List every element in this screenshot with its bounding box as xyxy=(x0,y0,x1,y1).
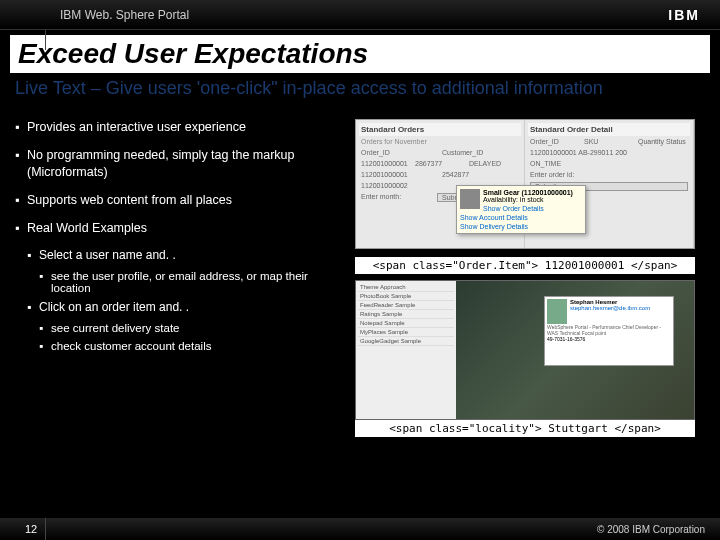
sub-bullet: Select a user name and. . xyxy=(27,248,345,262)
bullet: No programming needed, simply tag the ma… xyxy=(15,147,345,180)
orders-mockup: Standard Orders Orders for November Orde… xyxy=(355,119,695,249)
avatar xyxy=(547,299,567,324)
tooltip-link[interactable]: Show Delivery Details xyxy=(460,223,582,230)
gear-icon xyxy=(460,189,480,209)
panel-title: Standard Order Detail xyxy=(528,123,690,136)
page-number: 12 xyxy=(25,523,37,535)
slide-header: IBM Web. Sphere Portal IBM xyxy=(0,0,720,30)
code-snippet-2: <span class="locality"> Stuttgart </span… xyxy=(355,420,695,437)
map-sidebar: Theme Approach PhotoBook Sample FeedRead… xyxy=(356,281,456,419)
panel-title: Standard Orders xyxy=(359,123,521,136)
slide-subtitle: Live Text – Give users 'one-click" in-pl… xyxy=(15,78,705,99)
product-tooltip: Small Gear (112001000001) Availability: … xyxy=(456,185,586,234)
person-popup: Stephan Hesmer stephan.hesmer@de.ibm.com… xyxy=(544,296,674,366)
mockups-column: Standard Orders Orders for November Orde… xyxy=(345,119,705,443)
sub-sub-bullet: see current delivery state xyxy=(39,322,345,334)
sub-sub-bullet: see the user profile, or email address, … xyxy=(39,270,345,294)
bullets-column: Provides an interactive user experience … xyxy=(15,119,345,443)
bullet: Provides an interactive user experience xyxy=(15,119,345,135)
slide-title: Exceed User Expectations xyxy=(18,38,702,70)
code-snippet-1: <span class="Order.Item"> 112001000001 <… xyxy=(355,257,695,274)
title-wrap: Exceed User Expectations xyxy=(10,35,710,73)
map-mockup: Theme Approach PhotoBook Sample FeedRead… xyxy=(355,280,695,420)
slide-footer: 12 © 2008 IBM Corporation xyxy=(0,518,720,540)
sub-bullet: Click on an order item and. . xyxy=(27,300,345,314)
bullet: Real World Examples xyxy=(15,220,345,236)
tooltip-link[interactable]: Show Account Details xyxy=(460,214,582,221)
copyright: © 2008 IBM Corporation xyxy=(597,524,705,535)
sub-sub-bullet: check customer account details xyxy=(39,340,345,352)
product-name: IBM Web. Sphere Portal xyxy=(60,8,189,22)
ibm-logo: IBM xyxy=(668,7,700,23)
bullet: Supports web content from all places xyxy=(15,192,345,208)
